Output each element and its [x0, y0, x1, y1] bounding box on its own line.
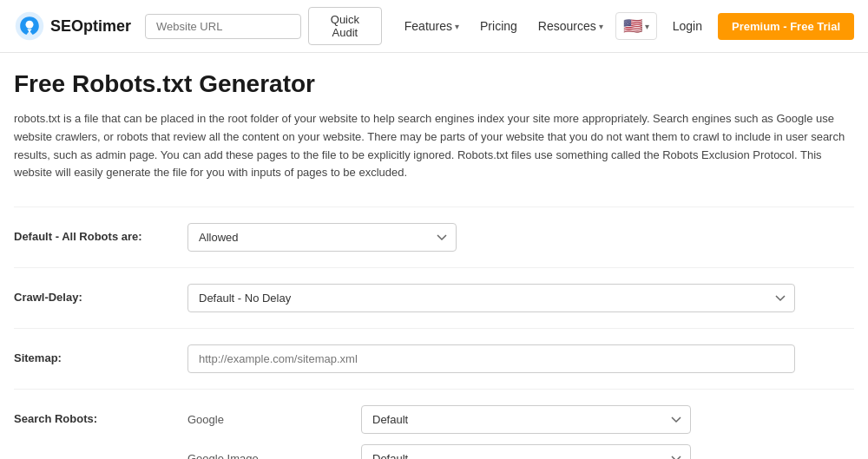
search-robots-label: Search Robots: [14, 405, 187, 425]
crawl-delay-row: Crawl-Delay: Default - No Delay 1 second… [14, 267, 854, 328]
logo-icon [14, 10, 45, 42]
logo-area: SEOptimer [14, 10, 131, 42]
search-robots-row: Search Robots: Google Default Allow All … [14, 389, 854, 459]
sitemap-label: Sitemap: [14, 344, 187, 364]
main-content: Free Robots.txt Generator robots.txt is … [0, 53, 868, 459]
resources-chevron-icon: ▾ [599, 22, 603, 31]
crawl-delay-select[interactable]: Default - No Delay 1 second 2 seconds 5 … [187, 284, 795, 312]
quick-audit-button[interactable]: Quick Audit [308, 7, 382, 45]
sitemap-row: Sitemap: [14, 328, 854, 389]
sitemap-control [187, 344, 854, 373]
google-image-robot-row: Google Image Default Allow All Disallow … [187, 444, 854, 459]
default-robots-control: Allowed Disallowed [187, 223, 854, 252]
google-image-robot-name: Google Image [187, 452, 361, 459]
language-selector[interactable]: 🇺🇸 ▾ [615, 12, 657, 40]
search-robots-area: Google Default Allow All Disallow All Go… [187, 405, 854, 459]
google-robot-row: Google Default Allow All Disallow All [187, 405, 854, 434]
crawl-delay-label: Crawl-Delay: [14, 284, 187, 304]
nav-resources[interactable]: Resources ▾ [529, 14, 612, 38]
website-url-input[interactable] [145, 14, 301, 39]
default-robots-label: Default - All Robots are: [14, 223, 187, 243]
google-robot-name: Google [187, 413, 361, 426]
svg-point-1 [26, 21, 34, 29]
google-robot-select[interactable]: Default Allow All Disallow All [361, 405, 691, 434]
flag-chevron-icon: ▾ [645, 22, 649, 31]
premium-button[interactable]: Premium - Free Trial [718, 13, 854, 40]
crawl-delay-control: Default - No Delay 1 second 2 seconds 5 … [187, 284, 854, 312]
login-button[interactable]: Login [661, 14, 714, 38]
features-chevron-icon: ▾ [455, 22, 459, 31]
sitemap-input[interactable] [187, 344, 795, 373]
google-image-robot-select[interactable]: Default Allow All Disallow All [361, 444, 691, 459]
navbar: SEOptimer Quick Audit Features ▾ Pricing… [0, 0, 868, 53]
default-robots-select[interactable]: Allowed Disallowed [187, 223, 457, 252]
nav-pricing[interactable]: Pricing [471, 14, 526, 38]
page-title: Free Robots.txt Generator [14, 70, 854, 98]
flag-icon: 🇺🇸 [623, 16, 642, 36]
default-robots-row: Default - All Robots are: Allowed Disall… [14, 207, 854, 267]
nav-features[interactable]: Features ▾ [396, 14, 468, 38]
page-description: robots.txt is a file that can be placed … [14, 110, 854, 182]
nav-links: Features ▾ Pricing Resources ▾ 🇺🇸 ▾ Logi… [396, 12, 854, 40]
logo-text: SEOptimer [50, 17, 131, 36]
